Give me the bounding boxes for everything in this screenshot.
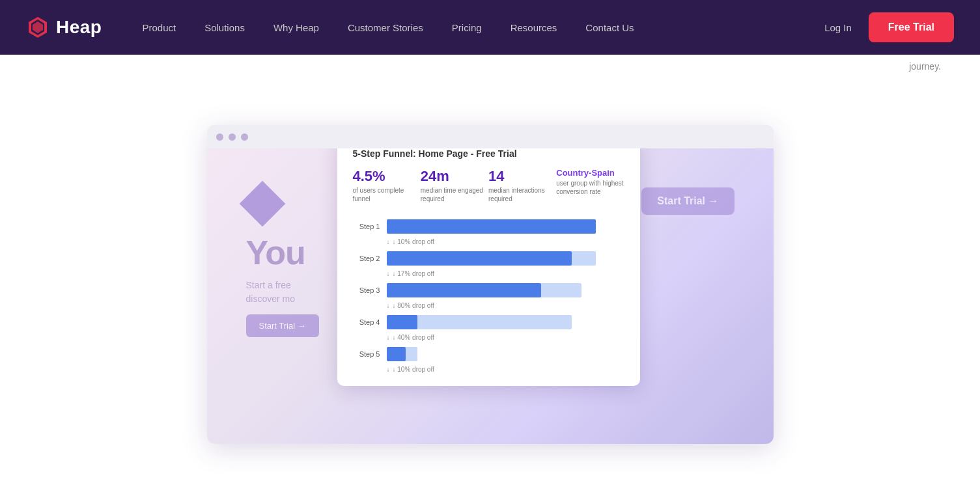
- browser-dot-2: [229, 133, 236, 141]
- heap-logo-icon: [26, 16, 49, 39]
- nav-right: Log In Free Trial: [814, 12, 954, 42]
- bg-heading: You: [246, 233, 305, 272]
- funnel-stat-time: 24m median time engagedrequired: [421, 168, 488, 203]
- nav-contact-us[interactable]: Contact Us: [571, 0, 648, 55]
- bg-right-start-trial-button[interactable]: Start Trial →: [641, 187, 734, 215]
- chart-label-step5: Step 5: [353, 350, 380, 358]
- bg-diamond-icon: [239, 181, 285, 227]
- nav-solutions[interactable]: Solutions: [190, 0, 259, 55]
- hero-topright-text: journey.: [909, 61, 941, 72]
- dropoff-label-2: ↓ 17% drop off: [393, 270, 434, 277]
- browser-mockup: You Start a freediscover mo Start Trial …: [207, 125, 774, 444]
- logo[interactable]: Heap: [26, 16, 102, 39]
- funnel-chart: Step 1 ↓ ↓ 10% drop off: [353, 216, 624, 376]
- free-trial-button[interactable]: Free Trial: [869, 12, 954, 42]
- chart-label-step4: Step 4: [353, 318, 380, 326]
- completion-rate-label: of users complete funnel: [353, 186, 421, 203]
- median-interactions-value: 14: [488, 168, 556, 185]
- login-link[interactable]: Log In: [814, 22, 862, 33]
- navbar: Heap Product Solutions Why Heap Customer…: [0, 0, 980, 55]
- funnel-stat-completion: 4.5% of users complete funnel: [353, 168, 421, 203]
- nav-product[interactable]: Product: [128, 0, 190, 55]
- chart-bar-step3: [387, 283, 624, 297]
- chart-label-step3: Step 3: [353, 286, 380, 294]
- hero-section: journey. You Start a freediscover mo Sta…: [0, 55, 980, 481]
- chart-row-step5: Step 5: [353, 344, 624, 364]
- dropoff-arrow-2: ↓: [387, 270, 390, 277]
- bg-subtext: Start a freediscover mo: [246, 279, 295, 306]
- completion-rate-value: 4.5%: [353, 168, 421, 185]
- funnel-stat-interactions: 14 median interactionsrequired: [488, 168, 556, 203]
- funnel-card-title: 5-Step Funnel: Home Page - Free Trial: [353, 148, 624, 159]
- browser-topbar: [207, 125, 774, 148]
- chart-dropoff-4: ↓ ↓ 40% drop off: [353, 334, 624, 341]
- dropoff-label-4: ↓ 40% drop off: [393, 334, 434, 341]
- chart-label-step2: Step 2: [353, 254, 380, 262]
- nav-links: Product Solutions Why Heap Customer Stor…: [128, 0, 814, 55]
- nav-why-heap[interactable]: Why Heap: [259, 0, 333, 55]
- chart-bar-step4: [387, 315, 624, 329]
- chart-bar-step2: [387, 251, 624, 266]
- median-time-value: 24m: [421, 168, 488, 185]
- chart-label-step1: Step 1: [353, 223, 380, 230]
- dropoff-label-3: ↓ 80% drop off: [393, 302, 434, 309]
- funnel-card: 5-Step Funnel: Home Page - Free Trial 4.…: [337, 148, 640, 386]
- chart-dropoff-2: ↓ ↓ 17% drop off: [353, 270, 624, 277]
- dropoff-arrow-4: ↓: [387, 334, 390, 341]
- dropoff-arrow-1: ↓: [387, 238, 390, 245]
- chart-row-step1: Step 1: [353, 216, 624, 237]
- chart-bar-step1: [387, 219, 624, 234]
- logo-text: Heap: [56, 17, 102, 38]
- country-label: user group with highestconversion rate: [556, 179, 624, 196]
- median-time-label: median time engagedrequired: [421, 186, 488, 203]
- bg-start-trial-button[interactable]: Start Trial →: [246, 314, 319, 337]
- nav-resources[interactable]: Resources: [496, 0, 572, 55]
- funnel-stat-country: Country-Spain user group with highestcon…: [556, 168, 624, 196]
- dropoff-label-5: ↓ 10% drop off: [393, 366, 434, 373]
- nav-customer-stories[interactable]: Customer Stories: [333, 0, 438, 55]
- nav-pricing[interactable]: Pricing: [438, 0, 496, 55]
- browser-dot-1: [216, 133, 223, 141]
- dropoff-arrow-3: ↓: [387, 302, 390, 309]
- browser-content: You Start a freediscover mo Start Trial …: [207, 148, 774, 444]
- dropoff-arrow-5: ↓: [387, 366, 390, 373]
- dropoff-label-1: ↓ 10% drop off: [393, 238, 434, 245]
- browser-dot-3: [241, 133, 248, 141]
- median-interactions-label: median interactionsrequired: [488, 186, 556, 203]
- chart-dropoff-1: ↓ ↓ 10% drop off: [353, 238, 624, 245]
- country-value: Country-Spain: [556, 168, 624, 178]
- chart-dropoff-3: ↓ ↓ 80% drop off: [353, 302, 624, 309]
- chart-row-step2: Step 2: [353, 248, 624, 269]
- chart-row-step3: Step 3: [353, 280, 624, 301]
- chart-dropoff-5: ↓ ↓ 10% drop off: [353, 366, 624, 373]
- funnel-stats: 4.5% of users complete funnel 24m median…: [353, 168, 624, 203]
- chart-bar-step5: [387, 347, 624, 361]
- chart-row-step4: Step 4: [353, 312, 624, 333]
